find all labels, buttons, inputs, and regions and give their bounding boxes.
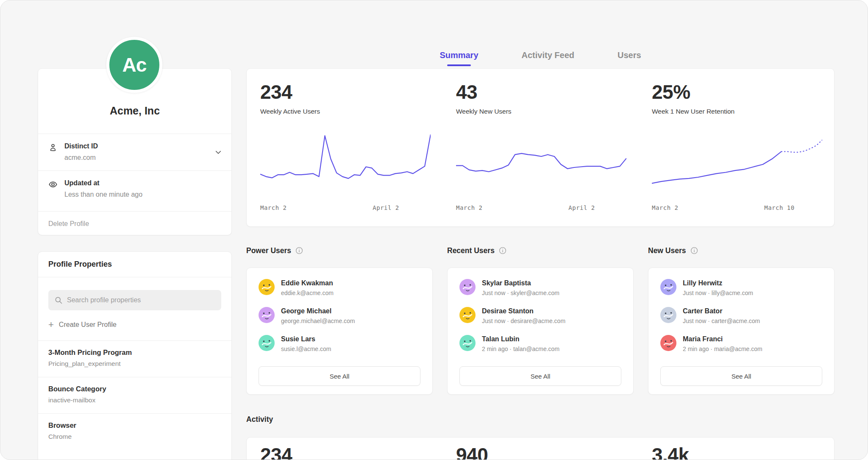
info-icon[interactable] <box>499 247 506 254</box>
user-name: Susie Lars <box>281 335 331 343</box>
property-label: Browser <box>48 421 221 429</box>
profile-properties-card: Profile Properties + Create User Profile… <box>38 251 232 460</box>
chevron-down-icon[interactable] <box>214 148 222 156</box>
user-meta: 2 min ago · maria@acme.com <box>683 346 762 352</box>
field-distinct-id[interactable]: Distinct ID acme.com <box>38 134 231 170</box>
user-row[interactable]: Maria Franci 2 min ago · maria@acme.com <box>660 335 822 357</box>
delete-profile-row: Delete Profile <box>38 211 231 236</box>
activity-stat: 940 <box>442 438 638 460</box>
x-tick: March 2 <box>260 204 287 211</box>
user-meta: Just now · desirare@acme.com <box>482 318 565 324</box>
stat-value: 25% <box>652 82 822 102</box>
summary-stats-card: 234 Weekly Active Users March 2 April 2 … <box>246 68 835 227</box>
user-name: Carter Bator <box>683 307 760 315</box>
users-card: Skylar Baptista Just now · skyler@acme.c… <box>447 268 634 395</box>
property-label: Bounce Category <box>48 385 221 393</box>
eye-icon <box>48 180 58 189</box>
user-meta: eddie.k@acme.com <box>281 290 334 296</box>
property-row[interactable]: 3-Month Pricing Program Pricing_plan_exp… <box>38 340 231 377</box>
stat-label: Weekly Active Users <box>260 108 431 115</box>
plus-icon: + <box>48 321 54 329</box>
stat-week1-retention: 25% Week 1 New User Retention March 2 Ma… <box>638 69 834 226</box>
user-avatar <box>459 307 476 323</box>
user-row[interactable]: Talan Lubin 2 min ago · talan@acme.com <box>459 335 621 357</box>
field-value: acme.com <box>64 154 98 162</box>
stat-label: Week 1 New User Retention <box>652 108 822 115</box>
user-row[interactable]: Lilly Herwitz Just now · lilly@acme.com <box>660 279 822 301</box>
info-icon[interactable] <box>690 247 698 254</box>
tab-summary[interactable]: Summary <box>439 49 479 66</box>
sparkline-chart <box>260 128 431 196</box>
users-card: Eddie Kwakman eddie.k@acme.com George Mi… <box>246 268 433 395</box>
avatar-initials: Ac <box>122 53 147 76</box>
user-avatar <box>459 335 476 351</box>
activity-card: 234 940 3.4k <box>246 437 835 460</box>
user-avatar <box>259 307 275 323</box>
search-input[interactable] <box>48 290 221 310</box>
search-wrap <box>48 290 221 310</box>
field-updated-at: Updated at Less than one minute ago <box>38 170 231 211</box>
user-avatar <box>259 335 275 351</box>
user-avatar <box>259 279 275 295</box>
property-value: Chrome <box>48 433 221 440</box>
section-header: Recent Users <box>447 244 634 257</box>
activity-stat-value: 234 <box>260 445 431 460</box>
user-name: Desirae Stanton <box>482 307 565 315</box>
user-name: Skylar Baptista <box>482 279 559 287</box>
x-axis: March 2 April 2 <box>260 204 431 215</box>
create-user-profile-button[interactable]: + Create User Profile <box>48 321 117 329</box>
activity-stat-value: 940 <box>456 445 626 460</box>
stat-value: 43 <box>456 82 626 102</box>
profile-card: Acme, Inc Distinct ID acme.com Updated a… <box>38 68 232 235</box>
property-value: Pricing_plan_experiment <box>48 360 221 368</box>
user-row[interactable]: Eddie Kwakman eddie.k@acme.com <box>259 279 420 301</box>
section-power-users: Power Users Eddie Kwakman eddie.k@acme.c… <box>246 244 433 257</box>
x-tick: March 2 <box>456 204 483 211</box>
property-row[interactable]: Bounce Category inactive-mailbox <box>38 377 231 413</box>
property-value: inactive-mailbox <box>48 396 221 404</box>
delete-profile-button[interactable]: Delete Profile <box>48 220 89 228</box>
field-value: Less than one minute ago <box>64 191 142 198</box>
user-name: Eddie Kwakman <box>281 279 334 287</box>
tab-users[interactable]: Users <box>617 49 642 66</box>
x-tick: March 10 <box>764 204 794 211</box>
users-card: Lilly Herwitz Just now · lilly@acme.com … <box>648 268 835 395</box>
user-name: George Michael <box>281 307 355 315</box>
user-row[interactable]: George Michael george.michael@acme.com <box>259 307 420 329</box>
user-meta: george.michael@acme.com <box>281 318 355 324</box>
activity-title: Activity <box>246 415 273 424</box>
user-avatar <box>459 279 476 295</box>
activity-stat-value: 3.4k <box>652 445 822 460</box>
stat-label: Weekly New Users <box>456 108 626 115</box>
user-row[interactable]: Carter Bator Just now · carter@acme.com <box>660 307 822 329</box>
field-label: Updated at <box>64 179 142 187</box>
x-axis: March 2 April 2 <box>456 204 626 215</box>
section-title: Recent Users <box>447 246 495 255</box>
section-header: New Users <box>648 244 835 257</box>
user-row[interactable]: Skylar Baptista Just now · skyler@acme.c… <box>459 279 621 301</box>
company-name: Acme, Inc <box>110 105 160 117</box>
activity-stat: 234 <box>247 438 442 460</box>
user-row[interactable]: Susie Lars susie.l@acme.com <box>259 335 420 357</box>
activity-stat: 3.4k <box>638 438 834 460</box>
sparkline-chart <box>456 128 626 196</box>
user-meta: Just now · carter@acme.com <box>683 318 760 324</box>
profile-properties-title: Profile Properties <box>38 252 231 277</box>
user-row[interactable]: Desirae Stanton Just now · desirare@acme… <box>459 307 621 329</box>
see-all-button[interactable]: See All <box>459 366 621 386</box>
user-meta: Just now · skyler@acme.com <box>482 290 559 296</box>
property-row[interactable]: Browser Chrome <box>38 413 231 450</box>
user-avatar <box>660 307 676 323</box>
stat-value: 234 <box>260 82 431 102</box>
user-meta: Just now · lilly@acme.com <box>683 290 753 296</box>
tab-activity-feed[interactable]: Activity Feed <box>521 49 575 66</box>
see-all-button[interactable]: See All <box>660 366 822 386</box>
tab-bar: Summary Activity Feed Users <box>246 49 835 66</box>
field-label: Distinct ID <box>64 142 98 150</box>
user-meta: 2 min ago · talan@acme.com <box>482 346 559 352</box>
info-icon[interactable] <box>295 247 303 254</box>
sparkline-chart <box>652 128 822 196</box>
see-all-button[interactable]: See All <box>259 366 420 386</box>
user-name: Lilly Herwitz <box>683 279 753 287</box>
user-avatar <box>660 335 676 351</box>
